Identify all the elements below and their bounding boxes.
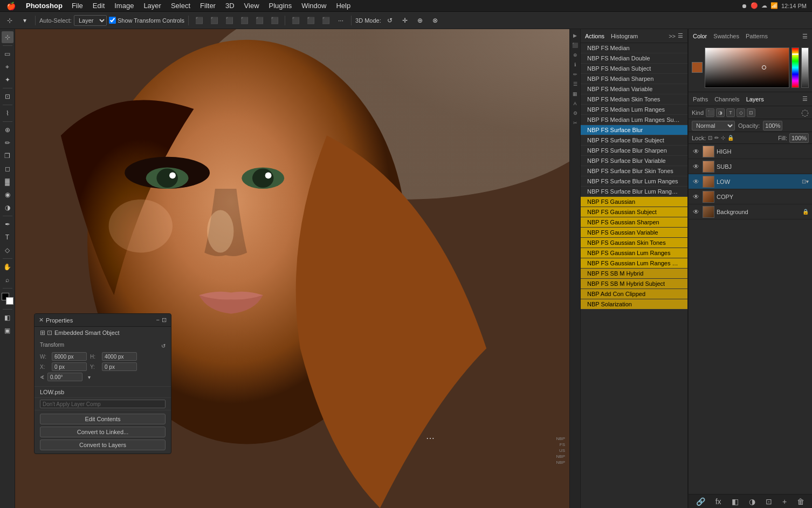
link-layers-btn[interactable]: 🔗 bbox=[696, 497, 705, 506]
action-item[interactable]: NBP FS Gaussian Lum Ranges Subject bbox=[581, 258, 687, 269]
filter-smart-icon[interactable]: ⊡ bbox=[747, 108, 755, 117]
gradient-tool[interactable]: ▓ bbox=[2, 176, 13, 188]
action-item[interactable]: NBP Solarization bbox=[581, 299, 687, 310]
distribute-left-btn[interactable]: ⬛ bbox=[289, 15, 302, 26]
action-item[interactable]: NBP FS Median Variable bbox=[581, 84, 687, 94]
distribute-center-btn[interactable]: ⬛ bbox=[304, 15, 317, 26]
new-group-btn[interactable]: ⊡ bbox=[766, 497, 772, 506]
blur-tool[interactable]: ◉ bbox=[2, 189, 13, 201]
panel-icon-7[interactable]: ▦ bbox=[571, 90, 580, 98]
action-item[interactable]: NBP FS SB M Hybrid bbox=[581, 269, 687, 279]
filter-adj-icon[interactable]: ◑ bbox=[716, 108, 725, 117]
zoom-tool[interactable]: ⌕ bbox=[2, 274, 13, 286]
transform-reset-icon[interactable]: ↺ bbox=[161, 343, 166, 349]
eyedropper-tool[interactable]: ⌇ bbox=[2, 107, 13, 119]
tab-layers[interactable]: Layers bbox=[746, 96, 764, 102]
layer-comp-input[interactable] bbox=[40, 400, 166, 408]
action-item[interactable]: NBP FS Gaussian Subject bbox=[581, 207, 687, 217]
panel-icon-10[interactable]: ✂ bbox=[571, 119, 580, 127]
heal-tool[interactable]: ⊕ bbox=[2, 124, 13, 136]
x-input[interactable] bbox=[52, 362, 87, 371]
properties-collapse-btn[interactable]: − bbox=[156, 317, 160, 324]
tab-histogram[interactable]: Histogram bbox=[611, 33, 638, 39]
transform-controls-label[interactable]: Show Transform Controls bbox=[109, 17, 184, 24]
convert-layers-btn[interactable]: Convert to Layers bbox=[40, 440, 166, 450]
menu-select[interactable]: Select bbox=[166, 0, 195, 12]
tool-options-btn[interactable]: ⊹ bbox=[3, 15, 16, 26]
action-item[interactable]: NBP FS Median Skin Tones bbox=[581, 94, 687, 105]
lock-all-icon[interactable]: 🔒 bbox=[727, 135, 734, 141]
background-color[interactable] bbox=[6, 297, 13, 305]
panel-icon-2[interactable]: ⬛ bbox=[571, 41, 580, 50]
tab-paths[interactable]: Paths bbox=[693, 96, 708, 102]
align-center-btn[interactable]: ⬛ bbox=[208, 15, 221, 26]
3d-zoom-btn[interactable]: ⊕ bbox=[414, 15, 426, 26]
move-tool[interactable]: ⊹ bbox=[2, 31, 13, 43]
distribute-right-btn[interactable]: ⬛ bbox=[319, 15, 332, 26]
menu-edit[interactable]: Edit bbox=[88, 0, 109, 12]
angle-dropdown-icon[interactable]: ▾ bbox=[88, 374, 91, 380]
lock-image-icon[interactable]: ✏ bbox=[714, 135, 719, 141]
panel-icon-4[interactable]: ℹ bbox=[571, 60, 580, 69]
action-item[interactable]: NBP FS Median Sharpen bbox=[581, 74, 687, 84]
filter-toggle-btn[interactable]: ◌ bbox=[801, 107, 809, 118]
color-panel-menu-btn[interactable]: ☰ bbox=[802, 33, 808, 40]
menu-layer[interactable]: Layer bbox=[139, 0, 166, 12]
layer-item[interactable]: 👁SUBJ bbox=[689, 159, 812, 174]
convert-linked-btn[interactable]: Convert to Linked... bbox=[40, 427, 166, 437]
panel-icon-8[interactable]: A bbox=[571, 99, 580, 108]
properties-close-btn[interactable]: ✕ bbox=[39, 317, 44, 324]
action-item[interactable]: NBP FS Surface Blur Sharpen bbox=[581, 146, 687, 156]
action-item[interactable]: NBP FS Gaussian Skin Tones bbox=[581, 238, 687, 248]
layers-panel-menu-btn[interactable]: ☰ bbox=[802, 95, 808, 102]
filter-type-icon[interactable]: T bbox=[726, 108, 735, 117]
menu-plugins[interactable]: Plugins bbox=[264, 0, 297, 12]
action-item[interactable]: NBP FS Gaussian Sharpen bbox=[581, 217, 687, 228]
action-item[interactable]: NBP FS Gaussian Lum Ranges bbox=[581, 248, 687, 258]
action-item[interactable]: NBP FS Surface Blur Lum Ranges bbox=[581, 176, 687, 187]
align-right-btn[interactable]: ⬛ bbox=[223, 15, 236, 26]
crop-tool[interactable]: ⊡ bbox=[2, 91, 13, 102]
fill-input[interactable] bbox=[789, 133, 809, 143]
layer-extra-ctrl[interactable]: ⊡▾ bbox=[802, 179, 809, 184]
action-item[interactable]: NBP FS Surface Blur Subject bbox=[581, 135, 687, 146]
transform-controls-checkbox[interactable] bbox=[109, 17, 116, 24]
y-input[interactable] bbox=[102, 362, 137, 371]
menu-3d[interactable]: 3D bbox=[221, 0, 239, 12]
pen-tool[interactable]: ✒ bbox=[2, 218, 13, 230]
panel-icon-9[interactable]: ⚙ bbox=[571, 109, 580, 118]
layer-visibility-btn[interactable]: 👁 bbox=[692, 147, 700, 156]
action-item[interactable]: NBP FS Surface Blur bbox=[581, 125, 687, 135]
action-item[interactable]: NBP FS Median bbox=[581, 43, 687, 53]
3d-pan-btn[interactable]: ✛ bbox=[398, 15, 411, 26]
actions-expand-btn[interactable]: >> bbox=[669, 32, 676, 39]
apple-menu[interactable]: 🍎 bbox=[0, 2, 22, 10]
active-color-swatch[interactable] bbox=[692, 62, 703, 73]
clone-tool[interactable]: ❐ bbox=[2, 150, 13, 162]
hand-tool[interactable]: ✋ bbox=[2, 261, 13, 273]
panel-icon-3[interactable]: ⊕ bbox=[571, 51, 580, 59]
action-item[interactable]: NBP FS Surface Blur Lum Ranges Subject bbox=[581, 187, 687, 197]
text-tool[interactable]: T bbox=[2, 231, 13, 243]
align-top-btn[interactable]: ⬛ bbox=[238, 15, 251, 26]
align-left-btn[interactable]: ⬛ bbox=[192, 15, 205, 26]
edit-contents-btn[interactable]: Edit Contents bbox=[40, 414, 166, 424]
delete-layer-btn[interactable]: 🗑 bbox=[797, 497, 804, 506]
shape-tool[interactable]: ◇ bbox=[2, 244, 13, 256]
new-fill-layer-btn[interactable]: ◑ bbox=[749, 497, 755, 506]
more-options-btn[interactable]: ··· bbox=[334, 15, 347, 26]
hue-slider[interactable] bbox=[792, 47, 799, 88]
brush-tool[interactable]: ✏ bbox=[2, 137, 13, 149]
layer-visibility-btn[interactable]: 👁 bbox=[692, 193, 700, 201]
rect-select-tool[interactable]: ▭ bbox=[2, 48, 13, 60]
panel-icon-5[interactable]: ✏ bbox=[571, 70, 580, 79]
width-input[interactable] bbox=[52, 352, 87, 361]
add-style-btn[interactable]: fx bbox=[715, 497, 721, 506]
lock-transparent-icon[interactable]: ⊡ bbox=[708, 135, 712, 141]
angle-input[interactable] bbox=[47, 373, 82, 381]
layer-item[interactable]: 👁LOW⊡▾ bbox=[689, 174, 812, 189]
action-item[interactable]: NBP FS Gaussian Variable bbox=[581, 228, 687, 238]
layer-item[interactable]: 👁HIGH bbox=[689, 144, 812, 159]
tab-swatches[interactable]: Swatches bbox=[713, 33, 739, 39]
auto-select-dropdown[interactable]: Layer Group bbox=[74, 15, 107, 26]
